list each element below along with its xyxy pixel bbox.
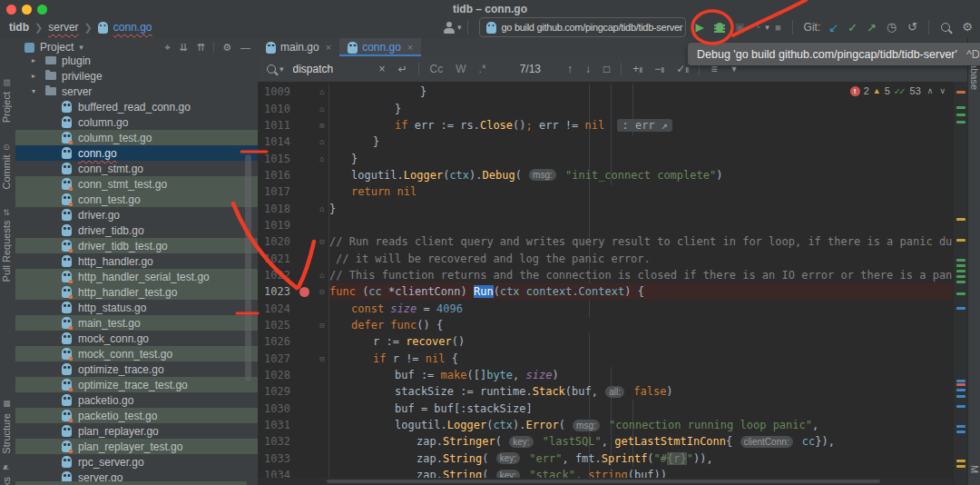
fold-marker-icon[interactable] [316, 401, 329, 417]
run-button[interactable]: ▶ [696, 21, 704, 34]
previous-occurrence-icon[interactable]: ↑ [567, 63, 573, 75]
error-stripe-mark[interactable] [956, 275, 965, 278]
project-panel-title[interactable]: Project [40, 41, 74, 54]
close-icon[interactable]: × [407, 42, 413, 53]
chevron-right-icon[interactable]: ▸ [32, 56, 40, 64]
tree-folder-plugin[interactable]: ▸plugin [15, 56, 258, 68]
tree-file-column.go[interactable]: column.go [15, 114, 258, 130]
error-stripe-mark[interactable] [956, 307, 965, 310]
rollback-icon[interactable]: ↺ [907, 17, 917, 37]
error-stripe-mark[interactable] [956, 383, 965, 386]
git-update-button[interactable]: ↙ [828, 21, 838, 35]
panel-settings-gear-icon[interactable]: ⚙ [222, 42, 231, 54]
select-all-occurrences-icon[interactable]: ✓II [676, 63, 688, 75]
tree-file-conn.go[interactable]: conn.go [15, 145, 258, 161]
error-stripe-mark[interactable] [956, 239, 965, 242]
fold-marker-icon[interactable]: ⊟ [316, 283, 329, 300]
search-everywhere-icon[interactable] [941, 23, 950, 32]
next-occurrence-icon[interactable]: ↓ [585, 63, 591, 75]
stop-button[interactable]: ■ [775, 22, 781, 33]
tree-file-http_handler_test.go[interactable]: http_handler_test.go [15, 284, 258, 300]
tree-file-http_handler.go[interactable]: http_handler.go [15, 253, 258, 269]
code-with-me-icon[interactable] [443, 21, 456, 34]
history-icon[interactable]: ◷ [887, 17, 897, 37]
fold-marker-icon[interactable] [316, 417, 329, 433]
tree-file-http_handler_serial_test.go[interactable]: http_handler_serial_test.go [15, 269, 258, 284]
tree-file-main_test.go[interactable]: main_test.go [15, 315, 258, 331]
code-editor[interactable]: 1009⌂}1010⌂}1011⊞if err := rs.Close(); e… [258, 82, 953, 485]
tool-window-project[interactable]: Project▤ [1, 78, 12, 123]
match-case-toggle[interactable]: Cc [430, 63, 444, 75]
tree-file-conn_stmt.go[interactable]: conn_stmt.go [15, 161, 258, 176]
chevron-down-icon[interactable]: ▾ [765, 23, 769, 32]
fold-marker-icon[interactable] [316, 333, 329, 350]
error-stripe-mark[interactable] [956, 106, 965, 109]
clear-search-icon[interactable]: × [379, 63, 386, 75]
run-configuration-select[interactable]: go build github.com/pingcap/tidb/tidb-se… [479, 17, 686, 37]
chevron-down-icon[interactable]: ▾ [32, 87, 40, 95]
error-stripe-mark[interactable] [956, 425, 965, 428]
error-stripe-mark[interactable] [956, 121, 965, 124]
fold-marker-icon[interactable] [316, 367, 329, 383]
tab-conn-go[interactable]: conn.go × [339, 38, 421, 56]
tool-window-bookmarks[interactable]: Bookmarks⚑ [1, 463, 12, 485]
error-stripe-mark[interactable] [956, 460, 965, 462]
tree-folder-server[interactable]: ▾server [15, 84, 258, 99]
fold-marker-icon[interactable] [316, 183, 329, 200]
profiler-button[interactable]: ▣ [735, 21, 745, 34]
breadcrumb-package[interactable]: server [48, 21, 78, 34]
regex-toggle[interactable]: .* [479, 63, 486, 75]
error-stripe-mark[interactable] [956, 114, 965, 116]
fold-marker-icon[interactable] [316, 383, 329, 400]
tree-file-mock_conn_test.go[interactable]: mock_conn_test.go [15, 346, 258, 361]
remove-selection-icon[interactable]: −II [654, 63, 663, 75]
fold-marker-icon[interactable] [316, 217, 329, 233]
scrollbar-thumb[interactable] [327, 480, 880, 483]
error-stripe-mark[interactable] [956, 380, 965, 382]
coverage-button[interactable]: ◔ [754, 21, 760, 34]
tree-file-packetio.go[interactable]: packetio.go [15, 392, 258, 408]
add-selection-icon[interactable]: +II [632, 63, 642, 75]
tool-window-structure[interactable]: Structure▦ [1, 400, 12, 454]
new-line-icon[interactable]: ↵ [398, 63, 407, 75]
error-stripe-mark[interactable] [956, 395, 965, 398]
fold-marker-icon[interactable]: ⊞ [316, 117, 329, 134]
fold-marker-icon[interactable]: ⊟ [316, 351, 329, 367]
tree-file-driver_tidb.go[interactable]: driver_tidb.go [15, 223, 258, 238]
tool-window-partial-label[interactable]: M [969, 465, 980, 473]
tree-file-driver.go[interactable]: driver.go [15, 207, 258, 223]
error-stripe-mark[interactable] [956, 218, 965, 221]
breakpoint-dot[interactable] [299, 287, 309, 297]
tree-file-packetio_test.go[interactable]: packetio_test.go [15, 408, 258, 423]
fold-marker-icon[interactable] [316, 300, 329, 316]
locate-file-icon[interactable]: ⌖ [164, 42, 170, 54]
hide-panel-icon[interactable]: — [240, 42, 250, 53]
error-stripe-mark[interactable] [956, 270, 965, 272]
tree-file-rpc_server.go[interactable]: rpc_server.go [15, 454, 258, 470]
error-stripe-mark[interactable] [956, 292, 965, 295]
previous-problem-icon[interactable]: ∧ [927, 86, 934, 95]
debug-button[interactable] [713, 21, 726, 34]
tree-file-http_status.go[interactable]: http_status.go [15, 300, 258, 315]
words-toggle[interactable]: W [456, 63, 466, 75]
inspections-widget[interactable]: ! 2 ▲ 5 ✓✓ 53 ∧ ∨ [850, 85, 946, 96]
search-input[interactable]: dispatch [293, 63, 366, 75]
error-stripe-mark[interactable] [956, 264, 965, 267]
error-stripe-mark[interactable] [956, 259, 965, 262]
tree-file-buffered_read_conn.go[interactable]: buffered_read_conn.go [15, 99, 258, 114]
fold-marker-icon[interactable]: ⊟ [316, 317, 329, 333]
tree-folder-privilege[interactable]: ▸privilege [15, 68, 258, 84]
tree-file-optimize_trace.go[interactable]: optimize_trace.go [15, 361, 258, 377]
fold-marker-icon[interactable] [316, 167, 329, 183]
chevron-down-icon[interactable]: ▾ [279, 64, 284, 74]
breadcrumb-project[interactable]: tidb [9, 21, 29, 34]
settings-gear-icon[interactable]: ⚙ [962, 17, 973, 37]
chevron-right-icon[interactable]: ▸ [32, 72, 40, 80]
git-commit-button[interactable]: ✓ [848, 21, 858, 35]
error-stripe-mark[interactable] [956, 465, 965, 468]
error-stripe-mark[interactable] [956, 281, 965, 283]
collapse-all-icon[interactable]: ⇈ [197, 42, 205, 54]
error-stripe-mark[interactable] [956, 405, 965, 408]
find-in-selection-icon[interactable]: □ [603, 63, 610, 75]
horizontal-scrollbar[interactable] [258, 478, 953, 485]
